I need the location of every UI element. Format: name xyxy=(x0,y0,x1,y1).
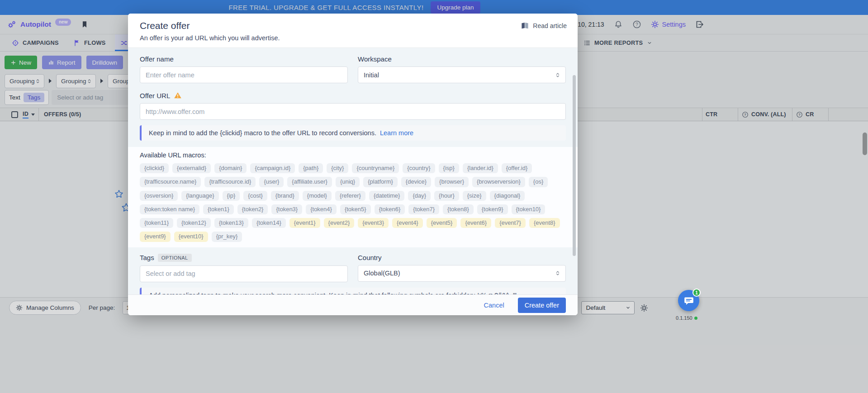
macro-chip[interactable]: {referer} xyxy=(335,191,365,201)
macro-chip[interactable]: {token5} xyxy=(340,204,371,214)
modal-subtitle: An offer is your ad URL which you will a… xyxy=(140,34,566,42)
macro-chip[interactable]: {campaign.id} xyxy=(250,163,295,173)
modal-title: Create offer xyxy=(140,20,566,31)
status-dot xyxy=(694,317,697,320)
tags-note-text: Add personalized tags to make your searc… xyxy=(149,292,517,294)
country-value: Global(GLB) xyxy=(364,270,400,277)
learn-more-link[interactable]: Learn more xyxy=(380,129,413,137)
macro-chip[interactable]: {cost} xyxy=(243,191,267,201)
macro-chip[interactable]: {size} xyxy=(463,191,486,201)
macro-chip[interactable]: {token10} xyxy=(512,204,545,214)
macro-chip[interactable]: {event8} xyxy=(529,218,560,228)
workspace-label: Workspace xyxy=(358,55,566,63)
macro-chip[interactable]: {ip} xyxy=(223,191,240,201)
macro-chip[interactable]: {diagonal} xyxy=(490,191,525,201)
chevron-updown-icon xyxy=(555,72,561,78)
macro-chip[interactable]: {os} xyxy=(529,177,548,187)
macro-chip[interactable]: {token14} xyxy=(252,218,286,228)
app-root: FREE TRIAL. UPGRADE & GET FULL ACCESS IN… xyxy=(0,0,868,393)
macros-title: Available URL macros: xyxy=(140,152,566,159)
create-offer-button[interactable]: Create offer xyxy=(518,298,566,313)
clickid-note: Keep in mind to add the {clickid} macro … xyxy=(140,125,566,141)
country-select[interactable]: Global(GLB) xyxy=(358,265,566,282)
macro-chip[interactable]: {event9} xyxy=(140,232,171,241)
workspace-select[interactable]: Initial xyxy=(358,66,566,83)
version-text: 0.1.150 xyxy=(676,315,693,321)
macro-chip[interactable]: {token2} xyxy=(237,204,268,214)
cancel-button[interactable]: Cancel xyxy=(481,301,507,309)
macro-chip[interactable]: {lander.id} xyxy=(463,163,498,173)
macro-chip[interactable]: {pr_key} xyxy=(212,232,242,241)
macro-chip[interactable]: {city} xyxy=(327,163,348,173)
macro-chip[interactable]: {offer.id} xyxy=(502,163,532,173)
macro-chip[interactable]: {token4} xyxy=(306,204,337,214)
clickid-note-text: Keep in mind to add the {clickid} macro … xyxy=(149,129,376,137)
create-offer-modal: Create offer An offer is your ad URL whi… xyxy=(128,14,578,315)
macro-chip[interactable]: {token6} xyxy=(375,204,405,214)
macros-section: Available URL macros: {clickid}{external… xyxy=(128,147,578,247)
macro-chip[interactable]: {event1} xyxy=(289,218,320,228)
warning-icon xyxy=(174,91,182,99)
tags-input[interactable] xyxy=(140,265,348,282)
macro-chip[interactable]: {domain} xyxy=(214,163,247,173)
macro-chip[interactable]: {affiliate.user} xyxy=(287,177,332,187)
macro-chip[interactable]: {event5} xyxy=(427,218,457,228)
offer-name-label: Offer name xyxy=(140,55,348,63)
modal-header: Create offer An offer is your ad URL whi… xyxy=(128,14,578,47)
macro-chip[interactable]: {event4} xyxy=(392,218,423,228)
country-label: Country xyxy=(358,254,566,261)
macro-chip[interactable]: {event10} xyxy=(174,232,208,241)
macro-chip[interactable]: {token11} xyxy=(140,218,173,228)
macro-chip[interactable]: {token3} xyxy=(271,204,302,214)
read-article-link[interactable]: Read article xyxy=(521,21,567,30)
macro-chip[interactable]: {browserversion} xyxy=(472,177,525,187)
macro-chip[interactable]: {token9} xyxy=(477,204,508,214)
macro-chip[interactable]: {countryname} xyxy=(352,163,399,173)
workspace-value: Initial xyxy=(364,71,379,79)
macro-chip[interactable]: {event2} xyxy=(324,218,355,228)
macro-chip[interactable]: {path} xyxy=(299,163,323,173)
macro-chip[interactable]: {externalid} xyxy=(172,163,211,173)
macro-chip[interactable]: {clickid} xyxy=(140,163,169,173)
macro-chip[interactable]: {isp} xyxy=(439,163,459,173)
macro-chip[interactable]: {hour} xyxy=(434,191,459,201)
macro-chip[interactable]: {event3} xyxy=(358,218,389,228)
chat-unread-badge: 1 xyxy=(693,289,701,297)
macro-chips: {clickid}{externalid}{domain}{campaign.i… xyxy=(140,163,566,242)
macro-chip[interactable]: {event7} xyxy=(495,218,526,228)
macro-chip[interactable]: {token13} xyxy=(214,218,248,228)
macro-chip[interactable]: {language} xyxy=(181,191,218,201)
macro-chip[interactable]: {token1} xyxy=(203,204,234,214)
macro-chip[interactable]: {datetime} xyxy=(369,191,405,201)
modal-footer: Cancel Create offer xyxy=(128,294,578,315)
read-article-label: Read article xyxy=(533,22,567,29)
tags-label: Tags xyxy=(140,254,154,261)
chat-widget-button[interactable]: 1 xyxy=(678,290,699,311)
macro-chip[interactable]: {country} xyxy=(403,163,435,173)
macro-chip[interactable]: {osversion} xyxy=(140,191,178,201)
chevron-updown-icon xyxy=(555,270,561,276)
macro-chip[interactable]: {model} xyxy=(303,191,332,201)
tags-note: Add personalized tags to make your searc… xyxy=(140,288,566,294)
offer-name-input[interactable] xyxy=(140,66,348,83)
modal-scrollbar-thumb[interactable] xyxy=(573,75,576,256)
macro-chip[interactable]: {browser} xyxy=(435,177,469,187)
macro-chip[interactable]: {token8} xyxy=(443,204,474,214)
offer-url-label: Offer URL xyxy=(140,92,170,99)
macro-chip[interactable]: {trafficsource.name} xyxy=(140,177,201,187)
macro-chip[interactable]: {token7} xyxy=(408,204,439,214)
macro-chip[interactable]: {event6} xyxy=(460,218,491,228)
macro-chip[interactable]: {token12} xyxy=(177,218,211,228)
offer-url-input[interactable] xyxy=(140,103,566,120)
book-icon xyxy=(521,21,529,30)
macro-chip[interactable]: {day} xyxy=(408,191,431,201)
macro-chip[interactable]: {uniq} xyxy=(336,177,360,187)
macro-chip[interactable]: {platform} xyxy=(363,177,398,187)
modal-body: Offer name Workspace Initial Offer URL xyxy=(128,47,578,294)
macro-chip[interactable]: {token:token name} xyxy=(140,204,199,214)
macro-chip[interactable]: {device} xyxy=(401,177,431,187)
chat-icon xyxy=(683,295,694,306)
macro-chip[interactable]: {trafficsource.id} xyxy=(204,177,256,187)
macro-chip[interactable]: {user} xyxy=(259,177,284,187)
macro-chip[interactable]: {brand} xyxy=(271,191,299,201)
